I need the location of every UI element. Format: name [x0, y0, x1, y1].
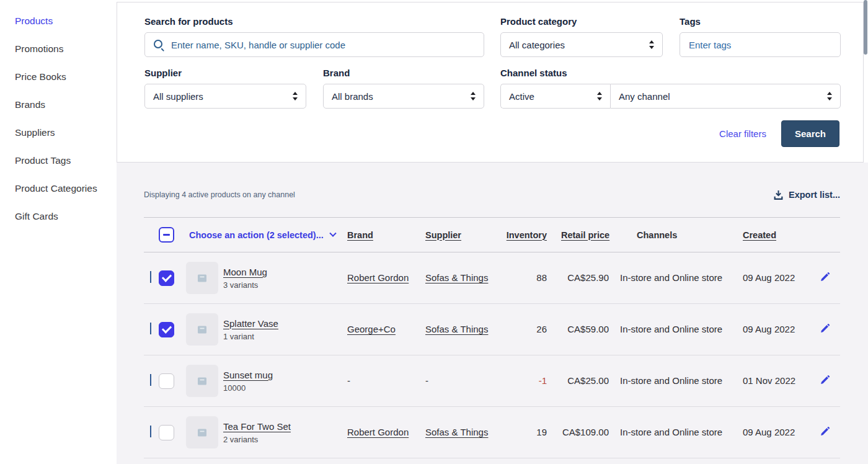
supplier-link[interactable]: -	[425, 375, 428, 386]
sidebar-item[interactable]: Product Tags	[0, 146, 117, 174]
retail-price-value: CA$59.00	[567, 324, 609, 334]
filter-panel: Search for products Product category All…	[117, 2, 864, 163]
tags-label: Tags	[680, 16, 841, 27]
created-date: 09 Aug 2022	[743, 272, 795, 283]
table-row: Sunset mug 10000 - - -1 CA$25.00 In-stor…	[144, 355, 840, 407]
edit-product-button[interactable]	[818, 322, 831, 337]
created-date: 09 Aug 2022	[743, 427, 795, 437]
export-list-label: Export list...	[789, 190, 840, 200]
sidebar-item[interactable]: Product Categories	[0, 174, 117, 202]
column-header-supplier[interactable]: Supplier	[425, 230, 505, 240]
column-header-channels: Channels	[609, 230, 743, 240]
product-subtitle: 3 variants	[223, 280, 347, 290]
row-checkbox[interactable]	[159, 270, 174, 286]
product-image-icon	[197, 274, 207, 283]
search-label: Search for products	[144, 16, 484, 27]
row-checkbox[interactable]	[159, 373, 174, 389]
export-list-button[interactable]: Export list...	[773, 190, 840, 200]
results-summary: Displaying 4 active products on any chan…	[144, 190, 295, 199]
product-name-link[interactable]: Moon Mug	[223, 267, 267, 277]
sidebar-item[interactable]: Products	[0, 7, 117, 35]
stepper-icon	[597, 92, 602, 100]
edit-product-button[interactable]	[818, 270, 831, 285]
category-label: Product category	[500, 16, 663, 27]
product-image-icon	[197, 377, 207, 386]
tags-input[interactable]	[680, 32, 841, 57]
search-button[interactable]: Search	[781, 120, 839, 147]
supplier-link[interactable]: Sofas & Things	[425, 324, 488, 334]
column-header-retail-price[interactable]: Retail price	[547, 230, 609, 240]
brand-value: All brands	[332, 91, 373, 102]
product-name-link[interactable]: Tea For Two Set	[223, 421, 291, 432]
expand-row-icon[interactable]	[150, 271, 151, 283]
product-thumbnail	[186, 365, 218, 397]
supplier-value: All suppliers	[153, 91, 203, 102]
products-table: Choose an action (2 selected)... Brand S…	[144, 217, 840, 458]
search-icon	[153, 39, 164, 50]
choose-action-dropdown[interactable]: Choose an action (2 selected)...	[189, 230, 324, 240]
supplier-link[interactable]: Sofas & Things	[425, 427, 488, 437]
sidebar-item[interactable]: Promotions	[0, 35, 117, 63]
inventory-value: 19	[536, 427, 547, 437]
supplier-select[interactable]: All suppliers	[144, 84, 306, 109]
table-header-row: Choose an action (2 selected)... Brand S…	[144, 217, 840, 252]
clear-filters-link[interactable]: Clear filters	[719, 128, 766, 139]
table-body: Moon Mug 3 variants Robert Gordon Sofas …	[144, 252, 840, 458]
column-header-brand[interactable]: Brand	[347, 230, 425, 240]
channel-status-select[interactable]: Active	[500, 84, 610, 109]
stepper-icon	[649, 40, 654, 49]
expand-row-icon[interactable]	[150, 374, 151, 386]
channel-select[interactable]: Any channel	[610, 84, 841, 109]
row-checkbox[interactable]	[159, 322, 174, 337]
download-icon	[773, 190, 784, 200]
sidebar-item[interactable]: Gift Cards	[0, 202, 117, 230]
brand-link[interactable]: Robert Gordon	[347, 427, 409, 437]
category-select[interactable]: All categories	[500, 32, 663, 57]
sidebar-item[interactable]: Suppliers	[0, 118, 117, 146]
chevron-down-icon	[329, 230, 336, 236]
column-header-created[interactable]: Created	[743, 230, 812, 240]
product-subtitle: 2 variants	[223, 435, 347, 444]
sidebar-item[interactable]: Price Books	[0, 63, 117, 91]
expand-row-icon[interactable]	[150, 426, 151, 437]
product-name-link[interactable]: Sunset mug	[223, 370, 273, 380]
created-date: 09 Aug 2022	[743, 324, 795, 334]
pencil-icon	[820, 375, 830, 385]
sidebar-item[interactable]: Brands	[0, 91, 117, 118]
inventory-value: 26	[536, 324, 547, 334]
retail-price-value: CA$109.00	[562, 427, 609, 437]
table-row: Moon Mug 3 variants Robert Gordon Sofas …	[144, 252, 840, 304]
brand-link[interactable]: George+Co	[347, 324, 396, 334]
brand-link[interactable]: Robert Gordon	[347, 272, 409, 283]
sidebar: ProductsPromotionsPrice BooksBrandsSuppl…	[0, 0, 117, 464]
brand-link[interactable]: -	[347, 375, 350, 386]
table-row: Tea For Two Set 2 variants Robert Gordon…	[144, 407, 840, 458]
supplier-link[interactable]: Sofas & Things	[425, 272, 488, 283]
category-value: All categories	[509, 40, 565, 50]
stepper-icon	[827, 92, 832, 100]
edit-product-button[interactable]	[818, 425, 831, 440]
channel-value: Any channel	[619, 91, 670, 102]
product-name-link[interactable]: Splatter Vase	[223, 318, 278, 329]
scrollbar-thumb[interactable]	[864, 0, 867, 55]
brand-label: Brand	[323, 68, 484, 78]
expand-row-icon[interactable]	[150, 323, 151, 334]
created-date: 01 Nov 2022	[743, 375, 795, 386]
column-header-inventory[interactable]: Inventory	[507, 230, 547, 240]
channels-value: In-store and Online store	[620, 375, 722, 386]
channel-status-value: Active	[509, 91, 534, 102]
retail-price-value: CA$25.90	[567, 272, 609, 283]
brand-select[interactable]: All brands	[323, 84, 484, 109]
select-all-checkbox[interactable]	[159, 227, 174, 243]
edit-product-button[interactable]	[818, 373, 831, 388]
product-subtitle: 10000	[223, 383, 347, 393]
channels-value: In-store and Online store	[620, 324, 722, 334]
search-input[interactable]	[144, 32, 484, 57]
pencil-icon	[820, 323, 830, 334]
results-panel: Displaying 4 active products on any chan…	[117, 163, 868, 464]
row-checkbox[interactable]	[159, 425, 174, 440]
inventory-value: -1	[539, 375, 547, 386]
product-thumbnail	[186, 313, 218, 346]
channels-value: In-store and Online store	[620, 427, 722, 437]
stepper-icon	[471, 92, 476, 100]
